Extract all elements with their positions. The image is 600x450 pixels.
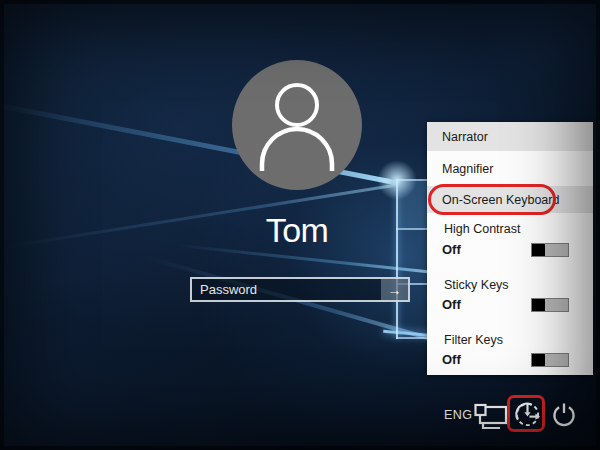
toggle-thumb (532, 354, 545, 366)
toggle-thumb (532, 244, 545, 256)
person-icon (232, 60, 362, 190)
ease-of-access-menu: Narrator Magnifier On-Screen Keyboard Hi… (427, 122, 593, 375)
high-contrast-toggle[interactable] (531, 243, 569, 257)
toggle-state: Off (442, 242, 461, 257)
network-icon[interactable] (474, 402, 507, 434)
menu-item-narrator[interactable]: Narrator (427, 122, 593, 151)
submit-arrow-icon: → (388, 282, 402, 298)
toggle-state: Off (442, 352, 461, 367)
menu-item-label: Magnifier (442, 162, 493, 176)
annotation-ellipse-on-screen-keyboard (428, 184, 556, 215)
menu-item-magnifier[interactable]: Magnifier (427, 151, 593, 186)
annotation-box-ease-of-access-icon (507, 395, 545, 432)
menu-item-label: Narrator (442, 130, 488, 144)
filter-keys-toggle[interactable] (531, 353, 569, 367)
language-indicator[interactable]: ENG (444, 408, 473, 422)
user-avatar (232, 60, 362, 190)
password-input[interactable] (192, 279, 381, 300)
login-screen: Tom → Narrator Magnifier On-Screen Keybo… (0, 0, 600, 450)
toggle-label-filter-keys: Filter Keys (427, 333, 593, 348)
toggle-row-sticky-keys: Off (427, 297, 593, 312)
toggle-state: Off (442, 297, 461, 312)
toggle-label-sticky-keys: Sticky Keys (427, 278, 593, 293)
username-label: Tom (197, 211, 397, 250)
toggle-label-high-contrast: High Contrast (427, 222, 593, 237)
password-field: → (190, 277, 410, 302)
sticky-keys-toggle[interactable] (531, 298, 569, 312)
toggle-row-filter-keys: Off (427, 352, 593, 367)
toggle-thumb (532, 299, 545, 311)
submit-button[interactable]: → (381, 279, 408, 300)
toggle-row-high-contrast: Off (427, 242, 593, 257)
power-icon[interactable] (550, 401, 578, 433)
